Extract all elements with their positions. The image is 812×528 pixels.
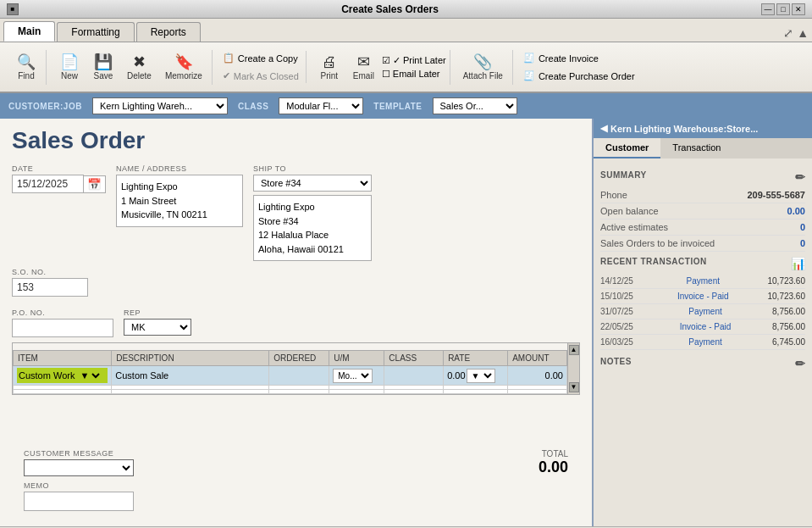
- scroll-down-button[interactable]: ▼: [569, 382, 579, 392]
- copy-icon: 📋: [223, 53, 235, 64]
- memo-input[interactable]: [24, 492, 134, 511]
- recent-date: 15/10/25: [600, 292, 638, 301]
- tab-bar: Main Formatting Reports ⤢ ▲: [0, 19, 812, 42]
- recent-type-link[interactable]: Invoice - Paid: [677, 292, 729, 301]
- empty2-amount: [508, 390, 567, 394]
- tab-reports[interactable]: Reports: [136, 22, 201, 42]
- table-scrollbar[interactable]: ▲ ▼: [567, 343, 579, 394]
- notes-edit-icon[interactable]: ✏: [795, 357, 806, 370]
- date-label: DATE: [12, 164, 106, 173]
- item-cell[interactable]: Custom Work ▼: [14, 366, 112, 386]
- customer-job-select[interactable]: Kern Lighting Wareh...: [92, 97, 228, 114]
- summary-edit-icon[interactable]: ✏: [795, 170, 806, 184]
- print-icon: 🖨: [322, 54, 337, 69]
- save-button[interactable]: 💾 Save: [87, 50, 119, 85]
- table-row-empty2[interactable]: [14, 390, 567, 394]
- scroll-up-button[interactable]: ▲: [569, 345, 579, 355]
- window-controls[interactable]: — □ ✕: [761, 3, 805, 15]
- template-select[interactable]: Sales Or...: [433, 97, 517, 114]
- recent-type-link[interactable]: Invoice - Paid: [680, 322, 732, 331]
- notes-section-title: NOTES ✏: [600, 357, 805, 370]
- email-later-checkbox[interactable]: ☐ Email Later: [382, 69, 446, 80]
- mark-as-closed-button[interactable]: ✔ Mark As Closed: [219, 69, 302, 83]
- recent-date: 31/07/25: [600, 307, 638, 316]
- right-tab-customer[interactable]: Customer: [594, 138, 660, 158]
- date-input-wrapper: 📅: [12, 175, 106, 193]
- recent-type-link[interactable]: Payment: [688, 337, 721, 347]
- recent-type-link[interactable]: Payment: [688, 307, 721, 316]
- description-cell[interactable]: Custom Sale: [112, 366, 269, 386]
- right-tab-transaction[interactable]: Transaction: [660, 138, 732, 158]
- date-input[interactable]: [12, 175, 84, 193]
- minimize-button[interactable]: —: [761, 3, 775, 15]
- table-row[interactable]: Custom Work ▼ Custom Sale Mo...: [14, 366, 567, 386]
- ordered-cell[interactable]: [269, 366, 329, 386]
- class-select[interactable]: Modular Fl...: [279, 97, 363, 114]
- calendar-button[interactable]: 📅: [84, 175, 106, 193]
- save-icon: 💾: [94, 54, 113, 69]
- find-button[interactable]: 🔍 Find: [10, 50, 42, 85]
- customer-message-select[interactable]: [24, 459, 134, 476]
- ship-address-line3: 12 Halalua Place: [258, 228, 367, 242]
- col-um: U/M: [329, 351, 384, 366]
- recent-amount: 10,723.60: [768, 292, 806, 301]
- new-button[interactable]: 📄 New: [53, 50, 86, 85]
- col-ordered: ORDERED: [269, 351, 329, 366]
- close-button[interactable]: ✕: [792, 3, 805, 15]
- phone-value: 209-555-5687: [747, 190, 805, 200]
- print-button[interactable]: 🖨 Print: [313, 50, 345, 85]
- empty2-um[interactable]: [329, 390, 384, 394]
- um-cell[interactable]: Mo...: [329, 366, 384, 386]
- empty2-desc[interactable]: [112, 390, 269, 394]
- rate-dropdown[interactable]: ▼: [467, 369, 495, 383]
- line-items-area: ITEM DESCRIPTION ORDERED U/M CLASS RATE …: [12, 342, 580, 442]
- expand-icon[interactable]: ⤢: [783, 26, 793, 40]
- rep-select[interactable]: MK: [124, 319, 191, 336]
- tab-formatting[interactable]: Formatting: [57, 22, 134, 42]
- print-later-icon: ☑: [382, 55, 390, 66]
- empty2-class[interactable]: [384, 390, 444, 394]
- customer-message-group: CUSTOMER MESSAGE: [24, 449, 134, 476]
- class-cell[interactable]: [384, 366, 444, 386]
- po-rep-row: P.O. NO. REP MK: [12, 308, 580, 337]
- right-panel-title: Kern Lighting Warehouse:Store...: [610, 124, 758, 134]
- memorize-button[interactable]: 🔖 Memorize: [159, 50, 208, 85]
- phone-row: Phone 209-555-5687: [600, 187, 805, 203]
- maximize-button[interactable]: □: [776, 3, 790, 15]
- recent-type-link[interactable]: Payment: [687, 276, 720, 286]
- collapse-icon[interactable]: ▲: [797, 26, 809, 40]
- empty2-item[interactable]: [14, 390, 112, 394]
- ship-to-select[interactable]: Store #34: [253, 175, 372, 192]
- recent-transaction-item: 14/12/25 Payment 10,723.60: [600, 274, 805, 289]
- open-balance-label: Open balance: [600, 206, 659, 216]
- bottom-left: CUSTOMER MESSAGE MEMO: [24, 449, 134, 511]
- recent-transaction-item: 15/10/25 Invoice - Paid 10,723.60: [600, 289, 805, 304]
- create-invoice-button[interactable]: 🧾 Create Invoice: [520, 51, 638, 65]
- delete-button[interactable]: ✖ Delete: [121, 50, 157, 85]
- create-copy-button[interactable]: 📋 Create a Copy: [219, 51, 302, 65]
- so-no-label: S.O. NO.: [12, 268, 88, 276]
- right-panel-header: ◀ Kern Lighting Warehouse:Store...: [594, 119, 812, 138]
- email-button[interactable]: ✉ Email: [347, 50, 380, 85]
- sales-orders-label: Sales Orders to be invoiced: [600, 238, 715, 248]
- tab-main[interactable]: Main: [3, 21, 55, 42]
- app-icon: ■: [7, 3, 19, 15]
- toolbar-find-group: 🔍 Find: [7, 50, 47, 85]
- total-amount: 0.00: [539, 459, 568, 476]
- empty2-ordered[interactable]: [269, 390, 329, 394]
- item-dropdown[interactable]: ▼: [76, 370, 102, 381]
- recent-transaction-item: 22/05/25 Invoice - Paid 8,756.00: [600, 320, 805, 335]
- ship-address-line1: Lighting Expo: [258, 200, 367, 214]
- memorize-icon: 🔖: [174, 54, 193, 69]
- recent-transaction-icon[interactable]: 📊: [791, 257, 806, 270]
- attach-file-button[interactable]: 📎 Attach File: [457, 50, 509, 85]
- print-later-checkbox[interactable]: ☑ ✓ Print Later: [382, 55, 446, 66]
- rate-cell[interactable]: 0.00 ▼: [444, 366, 508, 386]
- po-no-input[interactable]: [12, 319, 113, 337]
- create-purchase-order-button[interactable]: 🧾 Create Purchase Order: [520, 69, 638, 83]
- recent-amount: 6,745.00: [772, 337, 805, 347]
- empty2-rate[interactable]: [444, 390, 508, 394]
- um-select[interactable]: Mo...: [333, 369, 373, 383]
- table-wrapper: ITEM DESCRIPTION ORDERED U/M CLASS RATE …: [12, 342, 580, 395]
- so-no-input[interactable]: [12, 278, 88, 297]
